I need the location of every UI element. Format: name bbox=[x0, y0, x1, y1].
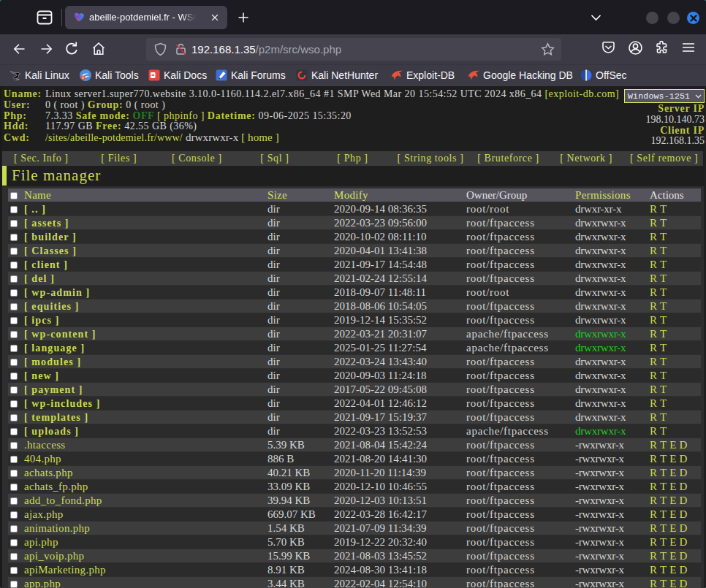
svg-text:π: π bbox=[82, 75, 85, 80]
